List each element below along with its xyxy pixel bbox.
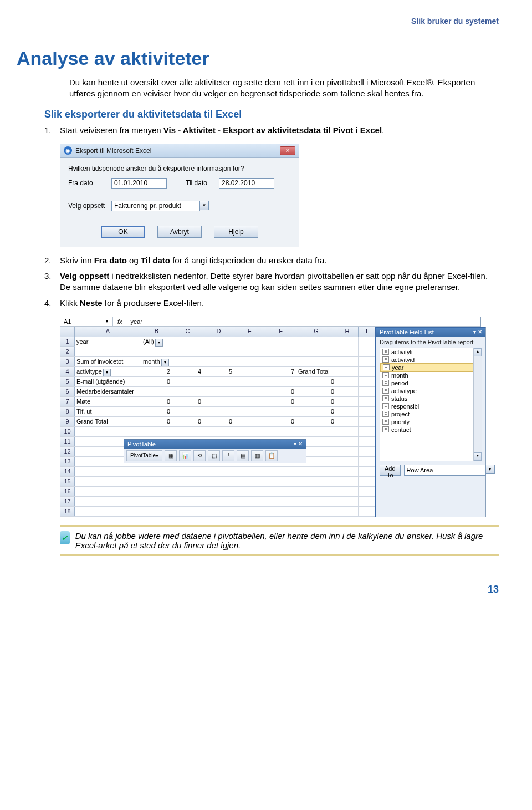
cell[interactable] — [359, 337, 375, 347]
cell[interactable] — [359, 387, 375, 396]
field-list-controls[interactable]: ▾ ✕ — [473, 329, 482, 335]
cell[interactable]: 4 — [172, 367, 203, 376]
field-item[interactable]: ≡status — [380, 395, 482, 403]
cell[interactable] — [336, 497, 359, 506]
scrollbar[interactable]: ▴ ▾ — [473, 348, 482, 461]
cell[interactable] — [203, 427, 234, 436]
cell[interactable]: 0 — [172, 397, 203, 406]
cell[interactable] — [265, 477, 296, 486]
cell[interactable] — [336, 447, 359, 456]
cell[interactable] — [234, 367, 265, 376]
scroll-up-icon[interactable]: ▴ — [474, 348, 482, 356]
cell[interactable] — [359, 457, 375, 466]
cell[interactable] — [359, 467, 375, 476]
cell[interactable] — [172, 357, 203, 366]
cell[interactable] — [336, 357, 359, 366]
cell[interactable]: Grand Total — [75, 417, 141, 426]
cell[interactable] — [172, 337, 203, 347]
cell[interactable] — [296, 477, 336, 486]
cell[interactable] — [141, 477, 172, 486]
cell[interactable]: 0 — [141, 397, 172, 406]
cell[interactable] — [336, 487, 359, 496]
cell[interactable] — [203, 497, 234, 506]
cell[interactable] — [234, 487, 265, 496]
row-header[interactable]: 2 — [60, 347, 75, 356]
row-header[interactable]: 4 — [60, 367, 75, 376]
cell[interactable] — [265, 357, 296, 366]
select-all-corner[interactable] — [60, 327, 75, 337]
cell[interactable]: 2 — [141, 367, 172, 376]
col-header[interactable]: I — [359, 327, 375, 337]
ok-button[interactable]: OK — [101, 226, 145, 238]
cell[interactable] — [359, 447, 375, 456]
cell[interactable] — [336, 397, 359, 406]
cell[interactable] — [296, 337, 336, 347]
cell[interactable] — [75, 487, 141, 496]
cell[interactable] — [265, 507, 296, 516]
fx-label[interactable]: fx — [113, 317, 127, 326]
cell[interactable]: 0 — [172, 417, 203, 426]
toolbar-icon[interactable]: ▤ — [237, 450, 249, 461]
cell[interactable] — [265, 377, 296, 386]
cell[interactable] — [172, 347, 203, 356]
cell[interactable] — [234, 497, 265, 506]
field-item[interactable]: ≡year — [380, 363, 482, 372]
cell[interactable] — [265, 347, 296, 356]
field-item[interactable]: ≡contact — [380, 426, 482, 434]
area-select[interactable] — [404, 465, 486, 476]
scroll-down-icon[interactable]: ▾ — [474, 452, 482, 461]
row-header[interactable]: 12 — [60, 447, 75, 456]
add-to-button[interactable]: Add To — [380, 465, 401, 476]
cell[interactable] — [359, 357, 375, 366]
cell[interactable] — [75, 507, 141, 516]
row-header[interactable]: 6 — [60, 387, 75, 396]
cell[interactable] — [172, 497, 203, 506]
cell[interactable]: Grand Total — [296, 367, 336, 376]
cell[interactable] — [359, 367, 375, 376]
cell[interactable] — [141, 427, 172, 436]
toolbar-icon[interactable]: 📊 — [179, 450, 191, 461]
cell[interactable]: 0 — [296, 407, 336, 416]
cell[interactable] — [336, 507, 359, 516]
close-icon[interactable]: ✕ — [280, 146, 295, 155]
row-header[interactable]: 9 — [60, 417, 75, 426]
cell[interactable]: Sum of invoicetot — [75, 357, 141, 366]
cell[interactable]: activitype▾ — [75, 367, 141, 376]
filter-dropdown-icon[interactable]: ▾ — [161, 359, 169, 366]
cell[interactable] — [172, 387, 203, 396]
cell[interactable]: Medarbeidersamtaler — [75, 387, 141, 396]
cell[interactable]: 0 — [296, 417, 336, 426]
cell[interactable] — [203, 477, 234, 486]
cell[interactable] — [234, 347, 265, 356]
cell[interactable]: 0 — [141, 377, 172, 386]
cell[interactable] — [296, 347, 336, 356]
cell[interactable] — [234, 467, 265, 476]
cell[interactable] — [359, 497, 375, 506]
row-header[interactable]: 8 — [60, 407, 75, 416]
cell[interactable] — [296, 487, 336, 496]
cell[interactable] — [296, 507, 336, 516]
cell[interactable] — [359, 417, 375, 426]
cell[interactable]: 0 — [296, 387, 336, 396]
col-header[interactable]: H — [336, 327, 359, 337]
cell[interactable] — [141, 497, 172, 506]
cell[interactable] — [203, 387, 234, 396]
cell[interactable] — [172, 507, 203, 516]
help-button[interactable]: Hjelp — [214, 226, 258, 238]
cell[interactable] — [203, 467, 234, 476]
cell[interactable]: 5 — [203, 367, 234, 376]
cell[interactable]: (All)▾ — [141, 337, 172, 347]
cell[interactable]: month▾ — [141, 357, 172, 366]
row-header[interactable]: 16 — [60, 487, 75, 496]
cell[interactable] — [234, 417, 265, 426]
from-date-input[interactable] — [111, 178, 167, 189]
cell[interactable] — [141, 387, 172, 396]
cell[interactable]: year — [75, 337, 141, 347]
col-header[interactable]: C — [172, 327, 203, 337]
cell[interactable] — [359, 407, 375, 416]
row-header[interactable]: 5 — [60, 377, 75, 386]
row-header[interactable]: 17 — [60, 497, 75, 506]
cell[interactable] — [203, 487, 234, 496]
cell[interactable] — [296, 467, 336, 476]
cell[interactable]: 0 — [296, 377, 336, 386]
